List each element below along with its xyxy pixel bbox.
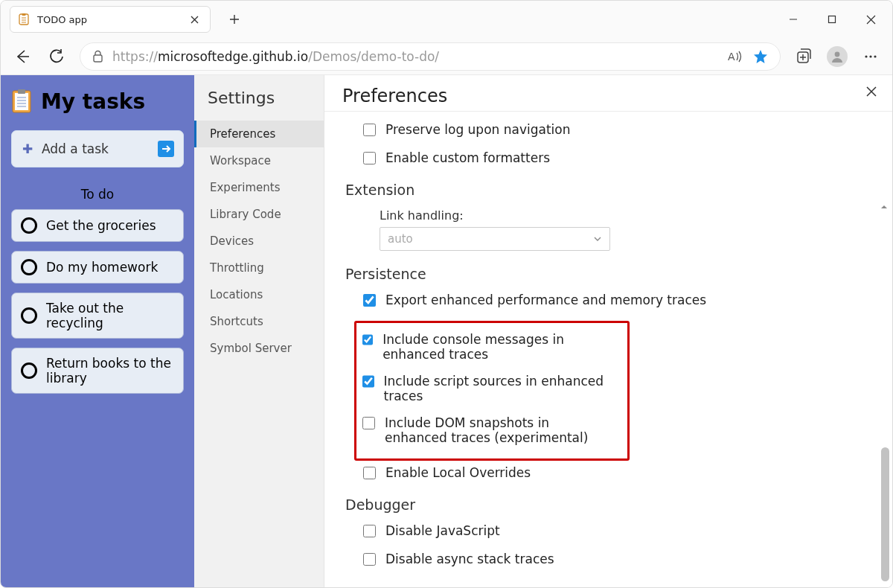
settings-item-library-code[interactable]: Library Code — [194, 201, 324, 228]
svg-rect-16 — [15, 93, 28, 110]
window-maximize-button[interactable] — [815, 5, 849, 33]
submit-task-icon[interactable] — [158, 141, 174, 157]
svg-point-11 — [835, 51, 840, 57]
task-checkbox-icon[interactable] — [21, 217, 37, 234]
back-button[interactable] — [11, 45, 33, 68]
select-value: auto — [388, 232, 413, 246]
pref-label: Enable custom formatters — [385, 150, 550, 165]
favorite-icon[interactable] — [753, 49, 768, 64]
pref-custom-formatters[interactable]: Enable custom formatters — [360, 150, 870, 167]
task-card[interactable]: Get the groceries — [11, 209, 184, 242]
refresh-button[interactable] — [45, 45, 68, 68]
todo-app: My tasks ✚ Add a task To do Get the groc… — [1, 75, 194, 587]
task-label: Do my homework — [46, 260, 158, 275]
add-task-label: Add a task — [42, 141, 109, 156]
task-card[interactable]: Do my homework — [11, 251, 184, 284]
task-checkbox-icon[interactable] — [21, 307, 37, 324]
checkbox-disable-async[interactable] — [363, 553, 376, 566]
section-extension: Extension — [345, 182, 870, 198]
task-card[interactable]: Take out the recycling — [11, 293, 184, 339]
pref-label: Include DOM snapshots in enhanced traces… — [385, 415, 615, 445]
task-card[interactable]: Return books to the library — [11, 348, 184, 394]
settings-item-experiments[interactable]: Experiments — [194, 174, 324, 201]
svg-point-13 — [869, 55, 871, 57]
pref-preserve-log[interactable]: Preserve log upon navigation — [360, 122, 870, 138]
window-minimize-button[interactable] — [776, 5, 810, 33]
chevron-down-icon — [593, 234, 602, 243]
link-handling-select[interactable]: auto — [380, 227, 610, 251]
pref-label: Enable Local Overrides — [385, 465, 531, 480]
profile-avatar[interactable] — [827, 46, 848, 67]
app-title: My tasks — [41, 89, 145, 114]
checkbox-disable-js[interactable] — [363, 525, 376, 537]
pref-label: Export enhanced performance and memory t… — [385, 293, 706, 307]
new-tab-button[interactable] — [223, 7, 246, 31]
section-persistence: Persistence — [345, 266, 870, 282]
preferences-title: Preferences — [342, 86, 447, 106]
pref-disable-js[interactable]: Disable JavaScript — [360, 523, 870, 540]
svg-rect-6 — [829, 16, 836, 23]
svg-point-12 — [865, 55, 867, 57]
checkbox-include-console[interactable] — [362, 333, 373, 346]
add-task-input[interactable]: ✚ Add a task — [11, 130, 184, 167]
pref-include-console[interactable]: Include console messages in enhanced tra… — [359, 332, 624, 362]
tab-title: TODO app — [37, 14, 179, 25]
clipboard-icon — [11, 89, 32, 114]
close-panel-icon[interactable] — [861, 81, 882, 102]
task-label: Take out the recycling — [46, 301, 174, 330]
svg-point-14 — [874, 55, 876, 57]
pref-include-dom[interactable]: Include DOM snapshots in enhanced traces… — [359, 415, 624, 445]
settings-item-workspace[interactable]: Workspace — [194, 147, 324, 174]
pref-local-overrides[interactable]: Enable Local Overrides — [360, 465, 870, 482]
todo-header: To do — [11, 187, 184, 202]
checkbox-export-enhanced[interactable] — [363, 294, 376, 307]
task-checkbox-icon[interactable] — [21, 259, 37, 275]
svg-rect-0 — [19, 14, 28, 25]
preferences-panel: Preferences Preserve log upon navigation… — [324, 75, 892, 587]
window-close-button[interactable] — [854, 5, 888, 33]
pref-label: Disable async stack traces — [385, 552, 554, 566]
settings-item-symbol-server[interactable]: Symbol Server — [194, 335, 324, 362]
read-aloud-icon[interactable]: A — [728, 49, 743, 64]
more-menu-icon[interactable] — [860, 45, 882, 68]
svg-text:A: A — [728, 51, 735, 63]
settings-sidebar: Settings Preferences Workspace Experimen… — [194, 75, 324, 587]
plus-icon: ✚ — [21, 141, 34, 156]
pref-export-enhanced[interactable]: Export enhanced performance and memory t… — [360, 293, 870, 309]
checkbox-custom-formatters[interactable] — [363, 152, 376, 164]
pref-label: Disable JavaScript — [385, 523, 500, 538]
scrollbar-thumb[interactable] — [881, 447, 889, 581]
settings-item-preferences[interactable]: Preferences — [194, 121, 324, 147]
section-debugger: Debugger — [345, 496, 870, 513]
checkbox-local-overrides[interactable] — [363, 467, 376, 479]
scroll-up-arrow-icon[interactable] — [879, 202, 891, 212]
checkbox-include-dom[interactable] — [362, 417, 375, 429]
task-checkbox-icon[interactable] — [21, 362, 37, 379]
task-label: Get the groceries — [46, 218, 156, 233]
svg-rect-1 — [22, 13, 26, 16]
window-titlebar: TODO app — [1, 1, 892, 38]
collections-icon[interactable] — [793, 45, 815, 68]
checkbox-preserve-log[interactable] — [363, 124, 376, 136]
svg-rect-17 — [18, 89, 25, 94]
pref-label: Include script sources in enhanced trace… — [384, 374, 624, 403]
settings-item-devices[interactable]: Devices — [194, 228, 324, 255]
lock-icon — [92, 50, 103, 63]
settings-item-locations[interactable]: Locations — [194, 281, 324, 308]
checkbox-include-scripts[interactable] — [362, 375, 374, 388]
task-label: Return books to the library — [46, 356, 174, 386]
address-bar[interactable]: https://microsoftedge.github.io/Demos/de… — [80, 42, 781, 71]
pref-include-scripts[interactable]: Include script sources in enhanced trace… — [359, 374, 624, 403]
pref-label: Preserve log upon navigation — [385, 122, 570, 137]
tab-close-icon[interactable] — [186, 11, 202, 28]
pref-disable-async[interactable]: Disable async stack traces — [360, 552, 870, 568]
settings-item-shortcuts[interactable]: Shortcuts — [194, 308, 324, 335]
svg-rect-8 — [94, 55, 102, 62]
pref-label: Include console messages in enhanced tra… — [383, 332, 624, 362]
highlighted-settings-box: Include console messages in enhanced tra… — [354, 321, 630, 461]
tab-favicon-icon — [18, 13, 30, 25]
settings-title: Settings — [208, 89, 324, 107]
browser-tab[interactable]: TODO app — [10, 6, 211, 33]
settings-item-throttling[interactable]: Throttling — [194, 255, 324, 281]
link-handling-label: Link handling: — [380, 208, 870, 223]
